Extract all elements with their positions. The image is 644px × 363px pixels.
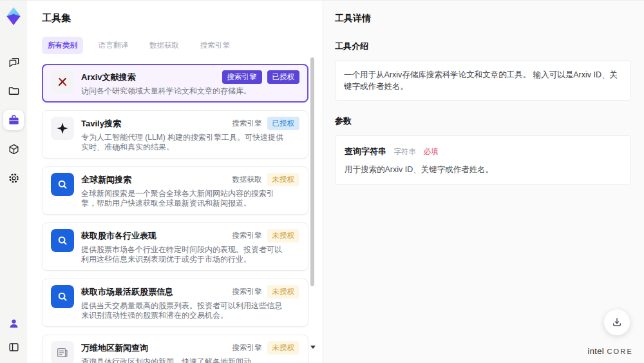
tool-description: 提供股票市场各个行业在特定时间段内的表现。投资者可以利用这些信息来识别表现优于或… [81,245,286,264]
app-logo[interactable] [4,6,23,26]
tool-category-tag: 数据获取 [232,175,262,184]
tool-list: Arxiv文献搜索 搜索引擎 已授权 访问各个研究领域大量科学论文和文章的存储库… [42,64,308,363]
sidebar [0,1,27,363]
intro-card: 一个用于从Arxiv存储库搜索科学论文和文章的工具。 输入可以是Arxiv ID… [335,61,631,101]
tool-icon [51,285,74,308]
intro-heading: 工具介绍 [335,41,631,52]
tool-description: 专为人工智能代理 (LLM) 构建的搜索引擎工具。可快速提供实时、准确和真实的结… [81,133,286,152]
details-title: 工具详情 [335,13,631,25]
sidebar-item-models[interactable] [3,139,24,159]
list-scrollbar[interactable] [310,57,314,344]
tools-panel: 工具集 所有类别语言翻译数据获取搜索引擎 Arxiv文献搜索 搜索引擎 已授权 … [27,1,323,363]
download-button[interactable] [604,309,630,335]
newspaper-icon [55,346,70,360]
briefcase-icon [8,114,20,126]
sidebar-item-files[interactable] [3,81,24,101]
tool-name: Tavily搜索 [81,118,121,130]
tool-description: 访问各个研究领域大量科学论文和文章的存储库。 [81,86,286,96]
tool-auth-badge: 未授权 [267,285,300,299]
tab-data-fetch[interactable]: 数据获取 [144,37,185,54]
params-heading: 参数 [335,115,631,127]
folder-icon [8,85,20,97]
tool-list-item[interactable]: Arxiv文献搜索 搜索引擎 已授权 访问各个研究领域大量科学论文和文章的存储库… [42,64,308,103]
tool-description: 全球新闻搜索是一个聚合全球各大新闻网站内容的搜索引擎，帮助用户快速获取全球最新资… [81,189,286,208]
param-header: 查询字符串 字符串 必填 [345,145,621,157]
tool-auth-badge: 已授权 [267,117,300,130]
panel-toggle-icon [8,341,20,353]
tavily-star-icon [55,121,70,135]
diamond-logo-icon [4,6,23,26]
search-globe-icon [55,177,70,191]
intel-wordmark: intel [588,346,604,356]
tool-category-tag: 搜索引擎 [232,287,262,297]
tool-tags: 搜索引擎 已授权 [222,70,300,84]
tool-list-item[interactable]: Tavily搜索 搜索引擎 已授权 专为人工智能代理 (LLM) 构建的搜索引擎… [42,110,308,159]
tool-body: Tavily搜索 搜索引擎 已授权 专为人工智能代理 (LLM) 构建的搜索引擎… [81,117,299,152]
tab-search-engine[interactable]: 搜索引擎 [194,37,236,54]
tool-list-item[interactable]: 获取市场最活跃股票信息 搜索引擎 未授权 提供当天交易量最高的股票列表。投资者可… [42,279,308,327]
param-card: 查询字符串 字符串 必填 用于搜索的Arxiv ID、关键字或作者姓名。 [335,135,631,185]
gear-icon [8,172,20,184]
tool-name: 全球新闻搜索 [81,174,131,186]
tool-body: 获取市场最活跃股票信息 搜索引擎 未授权 提供当天交易量最高的股票列表。投资者可… [81,285,299,320]
tool-list-item[interactable]: 全球新闻搜索 数据获取 未授权 全球新闻搜索是一个聚合全球各大新闻网站内容的搜索… [42,166,308,215]
tool-tags: 数据获取 未授权 [232,173,300,186]
param-required-badge: 必填 [423,148,438,155]
tool-category-tag: 搜索引擎 [222,70,262,84]
tool-category-tag: 搜索引擎 [232,119,262,128]
tool-body: Arxiv文献搜索 搜索引擎 已授权 访问各个研究领域大量科学论文和文章的存储库… [81,70,299,96]
tool-icon [51,341,74,363]
tool-body: 获取股市各行业表现 搜索引擎 未授权 提供股票市场各个行业在特定时间段内的表现。… [81,229,299,264]
tool-auth-badge: 未授权 [267,341,300,355]
tab-language-translation[interactable]: 语言翻译 [93,37,134,54]
category-tabs: 所有类别语言翻译数据获取搜索引擎 [42,37,323,54]
tool-auth-badge: 未授权 [267,173,300,186]
scrollbar-thumb[interactable] [310,57,314,286]
scroll-down-caret[interactable] [310,346,316,349]
tool-tags: 搜索引擎 未授权 [232,229,300,242]
tool-icon [51,117,74,140]
tool-name: 获取市场最活跃股票信息 [81,286,173,298]
user-avatar[interactable] [5,315,22,331]
core-wordmark: CORE [607,348,633,355]
tool-icon [51,229,74,252]
tool-tags: 搜索引擎 已授权 [232,117,300,130]
chat-icon [8,56,20,68]
sidebar-item-settings[interactable] [3,168,24,188]
sidebar-nav [3,52,24,188]
sidebar-item-tools[interactable] [3,110,24,130]
search-globe-icon [55,289,70,304]
tool-details-panel: 工具详情 工具介绍 一个用于从Arxiv存储库搜索科学论文和文章的工具。 输入可… [323,1,644,363]
page-title: 工具集 [42,12,323,25]
param-description: 用于搜索的Arxiv ID、关键字或作者姓名。 [345,164,621,175]
tool-name: 获取股市各行业表现 [81,230,156,242]
user-icon [8,317,20,329]
search-globe-icon [55,233,70,248]
collapse-panel-button[interactable] [5,338,22,355]
tool-name: 万维地区新闻查询 [81,342,148,354]
tool-body: 全球新闻搜索 数据获取 未授权 全球新闻搜索是一个聚合全球各大新闻网站内容的搜索… [81,173,299,208]
tool-name: Arxiv文献搜索 [81,72,136,83]
tool-auth-badge: 已授权 [267,70,300,84]
tool-body: 万维地区新闻查询 搜索引擎 未授权 查询具体行政区划内的新闻，快速了解各地新闻动 [81,341,299,363]
tool-list-item[interactable]: 获取股市各行业表现 搜索引擎 未授权 提供股票市场各个行业在特定时间段内的表现。… [42,222,308,271]
cube-icon [8,143,20,155]
tab-all-categories[interactable]: 所有类别 [42,37,83,54]
tool-icon [51,70,74,93]
tool-icon [51,173,74,196]
tool-list-item[interactable]: 万维地区新闻查询 搜索引擎 未授权 查询具体行政区划内的新闻，快速了解各地新闻动 [42,335,308,363]
tool-auth-badge: 未授权 [267,229,300,242]
tool-tags: 搜索引擎 未授权 [232,341,300,355]
intro-text: 一个用于从Arxiv存储库搜索科学论文和文章的工具。 输入可以是Arxiv ID… [344,70,618,91]
tool-tags: 搜索引擎 未授权 [232,285,300,299]
tool-category-tag: 搜索引擎 [232,343,262,353]
intel-core-logo: intel CORE [588,345,633,357]
sidebar-item-chat[interactable] [3,52,24,72]
tool-description: 提供当天交易量最高的股票列表。投资者可以利用这些信息来识别流动性强的股票和潜在的… [81,301,286,320]
sidebar-bottom [5,315,22,355]
tool-description: 查询具体行政区划内的新闻，快速了解各地新闻动 [81,357,286,363]
download-icon [611,317,623,328]
param-name: 查询字符串 [345,146,386,156]
param-type: 字符串 [393,148,416,155]
tool-category-tag: 搜索引擎 [232,231,262,240]
